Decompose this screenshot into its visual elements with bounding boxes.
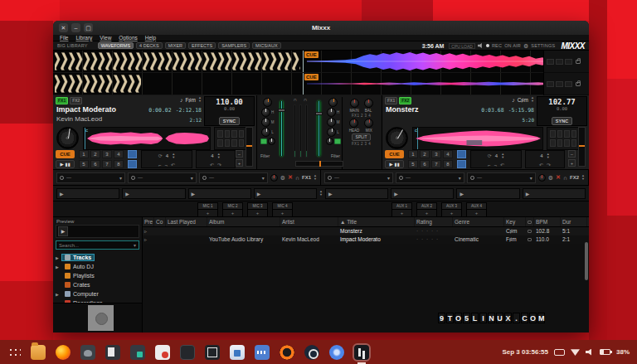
document-app-icon[interactable] (155, 345, 170, 360)
power-icon[interactable] (131, 176, 135, 180)
cat-app-icon[interactable] (80, 345, 95, 360)
gear-icon[interactable]: ⚙ (548, 175, 553, 181)
fx1-assign-badge[interactable]: FX1 (56, 97, 68, 104)
hotcue-6[interactable]: 6 (420, 160, 430, 168)
deck2-loop-size[interactable]: 4 (495, 153, 498, 158)
titlebar[interactable]: ✕ – ▢ Mixxx (53, 21, 589, 35)
search-dropdown-icon[interactable]: ▾ (134, 242, 136, 248)
master-fx-assign[interactable]: FX1 2 3 4 (352, 114, 371, 118)
fx-unit-spinner[interactable]: ▲▼ (581, 174, 585, 181)
sampler-7[interactable]: ▶ (456, 188, 519, 199)
headphone-fx-assign[interactable]: FX1 2 3 4 (352, 142, 371, 146)
sampler-6[interactable]: ▶ (391, 188, 454, 199)
rate-slider-handle[interactable] (579, 145, 585, 147)
lock-icon[interactable] (576, 60, 581, 64)
fader-handle[interactable] (278, 109, 285, 112)
hotcue-1[interactable]: 1 (79, 150, 89, 158)
col-last-played[interactable]: Last Played (166, 217, 207, 226)
split-cue-button[interactable]: SPLIT (352, 133, 372, 141)
search-input[interactable]: Search... ▾ (56, 240, 139, 250)
deck1-beatgrid-controls[interactable] (214, 127, 247, 150)
system-monitor-icon[interactable] (255, 345, 270, 360)
headphone-cue-left-icon[interactable]: ∩ (294, 97, 297, 103)
col-cover[interactable]: Co (154, 217, 166, 226)
col-key[interactable]: Key (504, 217, 526, 226)
hotcue-5[interactable]: 5 (79, 160, 89, 168)
steam-icon[interactable] (304, 345, 319, 360)
sidebar-item-tracks[interactable]: ▶ Tracks (53, 253, 142, 262)
gear-icon[interactable]: ⚙ (523, 43, 528, 49)
col-album[interactable]: Album (207, 217, 280, 226)
loop-icon[interactable]: ⟳ (158, 153, 163, 158)
waveform-deck2[interactable]: CUE (53, 73, 543, 95)
channel2-volume-fader[interactable] (314, 97, 324, 169)
channel1-pfl-button[interactable] (260, 138, 267, 144)
lock-icon[interactable] (576, 82, 581, 86)
keylock-button[interactable] (457, 150, 466, 158)
rate-nudge-down[interactable]: − (568, 150, 576, 158)
deck2-rate-slider[interactable] (578, 127, 586, 167)
hotcue-7[interactable]: 7 (102, 160, 112, 168)
menu-file[interactable]: File (60, 35, 68, 41)
power-icon[interactable] (470, 176, 474, 180)
sampler-5[interactable]: ▶ (325, 188, 388, 199)
bpm-lock-icon[interactable] (528, 230, 532, 233)
fx2-assign-badge[interactable]: FX2 (399, 97, 411, 104)
package-app-icon[interactable] (130, 345, 145, 360)
power-icon[interactable] (202, 176, 207, 180)
file-manager-icon[interactable] (31, 345, 46, 360)
deck1-cue-button[interactable]: CUE (56, 150, 75, 158)
col-artist[interactable]: Artist (280, 217, 338, 226)
balance-knob[interactable] (364, 99, 373, 108)
crossfader-handle[interactable] (319, 161, 321, 167)
gear-icon[interactable]: ⚙ (280, 175, 285, 181)
hotcue-3[interactable]: 3 (431, 150, 441, 158)
skin-4decks-button[interactable]: 4 DECKS (136, 42, 163, 49)
aux2-add-button[interactable]: + (416, 210, 437, 217)
deck1-play-button[interactable]: ▶ ▮▮ (56, 160, 75, 168)
deck1-beatjump-size[interactable]: 4 (211, 153, 213, 158)
menu-help[interactable]: Help (145, 35, 156, 41)
sidebar-item-autodj[interactable]: ▶ Auto DJ (53, 262, 142, 271)
expand-arrow-icon[interactable]: ▶ (56, 265, 61, 269)
wifi-icon[interactable] (571, 348, 580, 356)
dropdown-icon[interactable]: ▾ (387, 175, 390, 181)
fx2-slot2[interactable]: —▾ (396, 172, 464, 183)
headphone-cue-right-icon[interactable]: ∩ (304, 97, 307, 103)
fx2-assign-badge[interactable]: FX2 (70, 97, 82, 104)
beatjump-back-icon[interactable]: ↶ (210, 162, 214, 167)
hotcue-8[interactable]: 8 (114, 160, 124, 168)
crossfader[interactable] (295, 161, 343, 167)
channel1-eq-low-knob[interactable] (261, 128, 270, 137)
reloop-icon[interactable]: ↶ (500, 162, 504, 167)
keylock-button[interactable] (128, 150, 137, 158)
hotcue-8[interactable]: 8 (443, 160, 453, 168)
expand-arrow-icon[interactable]: ▶ (56, 292, 61, 297)
volume-icon[interactable] (586, 349, 594, 356)
power-icon[interactable] (60, 176, 64, 180)
notes-app-icon[interactable] (105, 345, 120, 360)
aux4-button[interactable]: AUX 4 (466, 202, 487, 210)
col-rating[interactable]: Rating (415, 217, 453, 226)
mic4-button[interactable]: MIC 4 (272, 202, 293, 210)
fader-handle[interactable] (315, 112, 323, 115)
software-store-icon[interactable] (230, 345, 245, 360)
skin-micsaux-button[interactable]: MICS/AUX (252, 42, 281, 49)
skin-effects-button[interactable]: EFFECTS (188, 42, 216, 49)
aux1-add-button[interactable]: + (391, 210, 412, 217)
fx-clear-icon[interactable]: ✕ (288, 174, 293, 181)
quantize-button[interactable] (457, 160, 466, 168)
fx2-slot1[interactable]: —▾ (324, 172, 393, 183)
hotcue-1[interactable]: 1 (408, 150, 418, 158)
hotcue-4[interactable]: 4 (114, 150, 124, 158)
channel1-eq-mid-knob[interactable] (261, 118, 270, 127)
dropdown-icon[interactable]: ▾ (119, 175, 122, 181)
dropdown-icon[interactable]: ▾ (262, 175, 265, 181)
deck1-overview-waveform[interactable]: c (83, 127, 211, 150)
sidebar-item-playlists[interactable]: Playlists (53, 271, 142, 280)
fx2-super-knob[interactable] (538, 174, 546, 182)
headphone-volume-knob[interactable] (349, 119, 358, 128)
sampler-4[interactable]: ▶ (254, 188, 317, 199)
rate-nudge-up[interactable]: + (236, 159, 243, 167)
rate-slider-handle[interactable] (246, 145, 252, 147)
